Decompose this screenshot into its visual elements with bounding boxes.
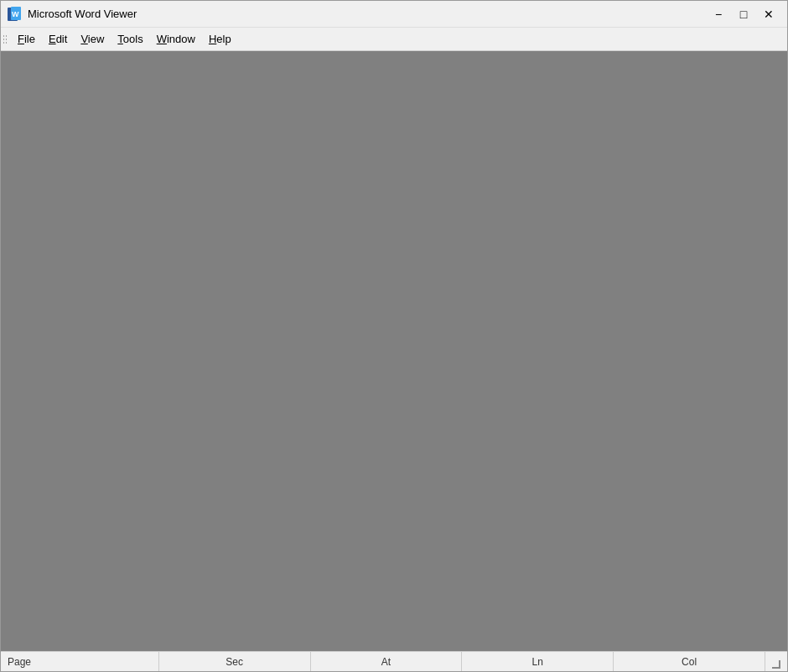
- gripper-dot: [3, 42, 4, 44]
- status-page: Page: [8, 652, 159, 671]
- status-col: Col: [614, 652, 765, 671]
- resize-handle[interactable]: [767, 655, 780, 669]
- gripper-dot: [3, 35, 4, 37]
- svg-text:W: W: [12, 10, 19, 18]
- menu-view[interactable]: View: [74, 30, 111, 48]
- app-icon: W: [6, 6, 23, 23]
- resize-icon: [772, 660, 780, 669]
- menu-tools[interactable]: Tools: [111, 30, 149, 48]
- title-bar-controls: − □ ✕: [707, 5, 780, 23]
- status-ln: Ln: [462, 652, 614, 671]
- menu-window[interactable]: Window: [150, 30, 202, 48]
- status-at: At: [311, 652, 463, 671]
- title-bar: W Microsoft Word Viewer − □ ✕: [1, 1, 787, 28]
- menu-edit[interactable]: Edit: [42, 30, 74, 48]
- close-button[interactable]: ✕: [757, 5, 780, 23]
- gripper-dot: [6, 35, 7, 37]
- maximize-button[interactable]: □: [732, 5, 755, 23]
- gripper-dot: [6, 39, 7, 40]
- menu-gripper: [3, 31, 8, 48]
- minimize-button[interactable]: −: [707, 5, 730, 23]
- window-title: Microsoft Word Viewer: [28, 8, 137, 20]
- gripper-dot: [6, 42, 7, 44]
- menu-file[interactable]: File: [11, 30, 42, 48]
- menu-help[interactable]: Help: [202, 30, 238, 48]
- menu-bar: File Edit View Tools Window Help: [1, 28, 787, 51]
- status-bar: Page Sec At Ln Col: [1, 651, 787, 671]
- title-bar-left: W Microsoft Word Viewer: [6, 6, 137, 23]
- document-area: [1, 51, 787, 651]
- status-sec: Sec: [159, 652, 311, 671]
- gripper-dot: [3, 39, 4, 40]
- main-window: W Microsoft Word Viewer − □ ✕: [0, 0, 788, 672]
